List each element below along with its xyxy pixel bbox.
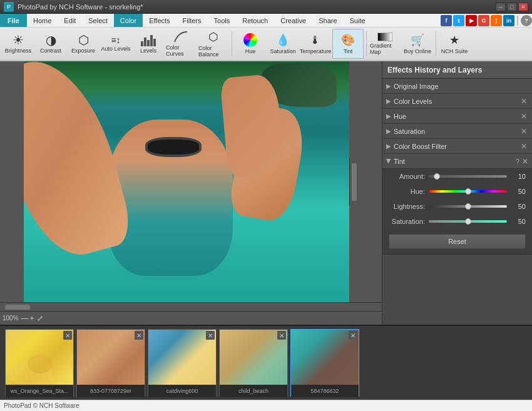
filmstrip-close-4[interactable]: ✕ (277, 331, 286, 340)
toolbar-separator-3 (436, 31, 436, 56)
filmstrip-close-5[interactable]: ✕ (349, 331, 357, 340)
nch-suite-label: NCH Suite (441, 48, 468, 54)
filmstrip-item-1[interactable]: ✕ ws_Orange_Sea_Sta... (5, 329, 74, 397)
tint-button[interactable]: 🎨 Tint (332, 29, 364, 59)
filmstrip-close-3[interactable]: ✕ (206, 331, 215, 340)
gradient-map-button[interactable]: Gradient Map (369, 29, 401, 59)
effect-original-image[interactable]: ▶ Original Image (382, 79, 532, 94)
linkedin-icon[interactable]: in (503, 15, 514, 26)
buy-online-icon: 🛒 (411, 33, 424, 47)
google-icon[interactable]: G (478, 15, 489, 26)
hue-thumb[interactable] (465, 188, 471, 195)
tint-panel: ▶ Tint ? ✕ Amount: 10 Hue: (382, 154, 532, 255)
maximize-button[interactable]: □ (507, 3, 517, 11)
twitter-icon[interactable]: t (453, 15, 464, 26)
color-balance-button[interactable]: ⬡ Color Balance (198, 29, 229, 59)
canvas-area[interactable] (0, 61, 382, 302)
saturation-thumb[interactable] (465, 218, 471, 225)
tint-expand-arrow: ▶ (386, 159, 392, 164)
hue-track[interactable] (429, 190, 507, 193)
close-hue[interactable]: ✕ (519, 112, 528, 121)
rss-icon[interactable]: ) (491, 15, 502, 26)
hue-slider-label: Hue: (389, 188, 425, 195)
effect-color-levels[interactable]: ▶ Color Levels ✕ (382, 94, 532, 109)
amount-track[interactable] (429, 175, 507, 178)
hue-button[interactable]: Hue (235, 29, 266, 59)
menu-suite[interactable]: Suite (344, 14, 372, 27)
menu-edit[interactable]: Edit (58, 14, 82, 27)
close-color-boost[interactable]: ✕ (519, 142, 528, 151)
toolbar-separator (232, 31, 232, 56)
minimize-button[interactable]: ─ (496, 3, 506, 11)
window-controls: ─ □ ✕ (496, 3, 528, 11)
menu-creative[interactable]: Creative (274, 14, 312, 27)
levels-button[interactable]: Levels (133, 29, 164, 59)
filmstrip-item-4[interactable]: ✕ child_beach (219, 329, 288, 397)
exposure-label: Exposure (71, 48, 95, 54)
filmstrip: ✕ ws_Orange_Sea_Sta... ✕ 833-07708729er … (0, 325, 532, 400)
menu-file[interactable]: File (0, 14, 27, 27)
tint-info-icon[interactable]: ? (516, 158, 519, 165)
amount-thumb[interactable] (434, 173, 440, 180)
saturation-track[interactable] (429, 220, 507, 223)
tint-close-button[interactable]: ✕ (522, 157, 528, 166)
menu-home[interactable]: Home (27, 14, 58, 27)
window-title: PhotoPad by NCH Software - snorkeling* (18, 3, 143, 11)
temperature-label: Temperature (300, 48, 332, 54)
fit-icon[interactable]: ⤢ (37, 314, 43, 323)
menu-bar: File Home Edit Select Color Effects Filt… (0, 14, 532, 28)
filmstrip-close-1[interactable]: ✕ (63, 331, 72, 340)
menu-share[interactable]: Share (312, 14, 343, 27)
zoom-minus[interactable]: — (21, 314, 29, 323)
hue-label: Hue (245, 48, 256, 54)
close-button[interactable]: ✕ (518, 3, 528, 11)
buy-online-button[interactable]: 🛒 Buy Online (402, 29, 433, 59)
app-icon: P (4, 2, 14, 12)
youtube-icon[interactable]: ▶ (466, 15, 477, 26)
menu-select[interactable]: Select (82, 14, 114, 27)
menu-tools[interactable]: Tools (208, 14, 237, 27)
filmstrip-item-2[interactable]: ✕ 833-07708729er (76, 329, 145, 397)
lightness-thumb[interactable] (465, 203, 471, 210)
saturation-label: Saturation (270, 48, 295, 54)
filmstrip-item-3[interactable]: ✕ catdiving600 (148, 329, 217, 397)
effect-hue[interactable]: ▶ Hue ✕ (382, 109, 532, 124)
filmstrip-label-1: ws_Orange_Sea_Sta... (6, 385, 73, 397)
gradient-map-label: Gradient Map (370, 43, 400, 55)
temperature-button[interactable]: 🌡 Temperature (300, 29, 331, 59)
nch-suite-button[interactable]: ★ NCH Suite (439, 29, 470, 59)
help-icon[interactable]: ? (521, 15, 532, 26)
toolbar-separator-2 (366, 31, 367, 56)
menu-color[interactable]: Color (114, 14, 143, 27)
filmstrip-close-2[interactable]: ✕ (135, 331, 143, 340)
close-saturation[interactable]: ✕ (519, 127, 528, 136)
reset-button[interactable]: Reset (389, 234, 526, 249)
color-curves-button[interactable]: Color Curves (165, 29, 197, 59)
svg-point-1 (28, 355, 53, 373)
hscroll-thumb[interactable] (5, 305, 30, 310)
vscroll-thumb[interactable] (352, 163, 357, 201)
contrast-button[interactable]: ◑ Contrast (35, 29, 66, 59)
facebook-icon[interactable]: f (441, 15, 452, 26)
brightness-button[interactable]: ☀ Brightness (3, 29, 34, 59)
effect-saturation[interactable]: ▶ Saturation ✕ (382, 124, 532, 139)
menu-filters[interactable]: Filters (176, 14, 208, 27)
auto-levels-button[interactable]: ≡↕ Auto Levels (100, 29, 131, 59)
effect-name-color-levels: Color Levels (394, 98, 519, 105)
brightness-icon: ☀ (13, 34, 24, 46)
menu-effects[interactable]: Effects (143, 14, 176, 27)
vertical-scrollbar[interactable] (349, 158, 358, 206)
menu-retouch[interactable]: Retouch (236, 14, 274, 27)
effect-color-boost[interactable]: ▶ Color Boost Filter ✕ (382, 139, 532, 154)
filmstrip-item-5[interactable]: ✕ 584786632 (290, 329, 359, 397)
title-bar: P PhotoPad by NCH Software - snorkeling*… (0, 0, 532, 14)
lightness-track[interactable] (429, 205, 507, 208)
exposure-button[interactable]: ⬡ Exposure (68, 29, 99, 59)
effect-name-saturation: Saturation (394, 128, 519, 135)
zoom-plus[interactable]: + (30, 314, 34, 323)
horizontal-scrollbar[interactable] (0, 302, 382, 311)
close-color-levels[interactable]: ✕ (519, 97, 528, 106)
saturation-button[interactable]: 💧 Saturation (267, 29, 299, 59)
nch-suite-icon: ★ (449, 33, 459, 47)
tint-header[interactable]: ▶ Tint ? ✕ (382, 154, 532, 169)
